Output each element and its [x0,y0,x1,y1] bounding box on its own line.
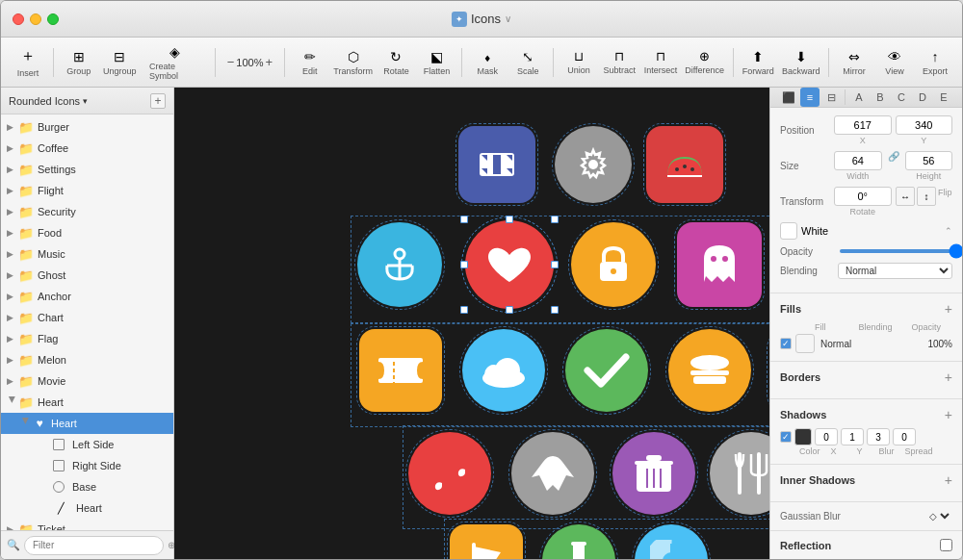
layer-item-settings[interactable]: ▶ 📁 Settings [1,159,173,180]
inner-shadows-add-button[interactable]: + [945,472,952,488]
shadow-checkbox[interactable] [780,431,792,443]
group-button[interactable]: ⊞ Group [60,45,98,80]
layer-item-chart[interactable]: ▶ 📁 Chart [1,307,173,328]
gaussian-select[interactable]: ◇ [925,510,952,522]
fills-add-button[interactable]: + [945,301,952,317]
size-width-input[interactable] [834,151,882,170]
layer-item-music[interactable]: ▶ 📁 Music [1,243,173,265]
flag-icon-circle[interactable] [450,524,523,559]
forward-button[interactable]: ⬆ Forward [739,45,777,80]
shadows-add-button[interactable]: + [945,407,952,422]
layer-item-coffee[interactable]: ▶ 📁 Coffee [1,138,173,159]
shadow-blur-input[interactable] [867,428,890,445]
music-icon-circle[interactable] [408,432,491,515]
anchor-icon-circle[interactable] [357,222,442,307]
layer-item-heart-selected[interactable]: ▶ ♥ Heart 👁 [1,413,173,434]
color-swatch[interactable] [780,222,797,240]
inspector-tab-style[interactable]: ≡ [800,88,820,107]
shadow-spread-input[interactable] [893,428,916,445]
zoom-plus-icon[interactable]: + [265,55,273,69]
backward-button[interactable]: ⬇ Backward [779,45,822,80]
fill-mode-select[interactable]: Normal [819,337,920,351]
inspector-tab-c[interactable]: C [892,88,911,107]
flight-icon-circle[interactable] [511,432,594,515]
shadow-color-swatch[interactable] [794,428,812,445]
settings-icon-circle[interactable] [555,126,632,203]
cloud-icon-circle[interactable] [462,329,545,412]
borders-add-button[interactable]: + [945,369,952,385]
layer-item-base[interactable]: Base [1,476,173,497]
food-icon-circle[interactable] [710,432,769,515]
position-y-input[interactable] [896,115,953,135]
layer-item-flag[interactable]: ▶ 📁 Flag [1,328,173,349]
add-page-button[interactable]: + [150,93,166,109]
union-button[interactable]: ⊔ Union [560,45,598,79]
inspector-tab-align2[interactable]: ⊟ [821,88,841,107]
layer-item-burger[interactable]: ▶ 📁 Burger [1,116,173,138]
flip-v-button[interactable]: ↕ [917,187,936,206]
burger-icon-circle[interactable] [668,329,751,412]
layer-item-movie[interactable]: ▶ 📁 Movie [1,370,173,392]
layer-item-heart-leaf[interactable]: ╱ Heart [1,497,173,519]
insert-button[interactable]: ＋ Insert [9,42,47,82]
heart-icon-circle[interactable] [465,220,554,309]
chart-icon-circle[interactable] [635,524,708,559]
mask-button[interactable]: ⬧ Mask [468,45,507,80]
layer-item-ticket[interactable]: ▶ 📁 Ticket [1,519,173,530]
layer-item-flight[interactable]: ▶ 📁 Flight [1,180,173,201]
minimize-button[interactable] [30,13,41,25]
transform-button[interactable]: ⬡ Transform [331,45,376,80]
layer-item-anchor[interactable]: ▶ 📁 Anchor [1,286,173,307]
lock-ratio-icon[interactable]: 🔗 [886,151,901,181]
inspector-tab-align[interactable]: ⬛ [779,88,798,107]
lock-icon-circle[interactable] [571,222,656,307]
mirror-button[interactable]: ⇔ Mirror [835,45,873,80]
movie-icon-circle[interactable] [458,126,535,203]
difference-button[interactable]: ⊕ Difference [683,45,727,79]
ticket-icon-circle[interactable] [359,329,442,412]
flip-h-button[interactable]: ↔ [896,187,915,206]
color-arrow-icon[interactable]: ⌃ [945,226,952,236]
inspector-tab-a[interactable]: A [849,88,869,107]
intersect-button[interactable]: ⊓ Intersect [640,45,680,79]
layer-item-left-side[interactable]: Left Side 👁 [1,434,173,455]
inspector-tab-e[interactable]: E [934,88,953,107]
flatten-button[interactable]: ⬕ Flatten [417,45,455,80]
rotate-button[interactable]: ↻ Rotate [377,45,415,80]
create-symbol-button[interactable]: ◈ Create Symbol [142,40,209,85]
blending-select[interactable]: Normal [838,263,952,279]
subtract-button[interactable]: ⊓ Subtract [600,45,639,79]
export-button[interactable]: ↑ Export [916,45,954,80]
canvas-area[interactable] [174,88,769,559]
layer-item-melon[interactable]: ▶ 📁 Melon [1,349,173,370]
edit-button[interactable]: ✏ Edit [291,45,329,80]
layer-item-right-side[interactable]: Right Side 👁 [1,455,173,476]
rotate-input[interactable] [834,187,892,206]
canvas[interactable] [174,88,769,559]
inspector-tab-d[interactable]: D [913,88,932,107]
flask-icon-circle[interactable] [542,524,615,559]
opacity-slider[interactable] [840,249,962,253]
layer-item-security[interactable]: ▶ 📁 Security [1,201,173,222]
layer-item-food[interactable]: ▶ 📁 Food [1,222,173,243]
size-height-input[interactable] [905,151,953,170]
close-button[interactable] [13,13,24,25]
inspector-tab-b[interactable]: B [871,88,890,107]
ghost-icon-circle[interactable] [677,222,762,307]
maximize-button[interactable] [47,13,59,25]
shadow-y-input[interactable] [841,428,864,445]
zoom-minus-icon[interactable]: − [227,55,235,69]
layer-item-heart-group[interactable]: ▶ 📁 Heart [1,392,173,413]
shadow-x-input[interactable] [815,428,838,445]
ungroup-button[interactable]: ⊟ Ungroup [100,45,140,80]
watermelon-icon-circle[interactable] [646,126,723,203]
reflection-toggle[interactable] [940,539,952,551]
fill-swatch[interactable] [795,334,815,353]
check-icon-circle[interactable] [565,329,648,412]
position-x-input[interactable] [834,115,892,135]
search-input[interactable] [24,536,164,555]
layer-item-ghost[interactable]: ▶ 📁 Ghost [1,265,173,286]
fill-checkbox[interactable] [780,338,792,349]
scale-button[interactable]: ⤡ Scale [508,45,547,80]
view-button[interactable]: 👁 View [875,45,914,80]
